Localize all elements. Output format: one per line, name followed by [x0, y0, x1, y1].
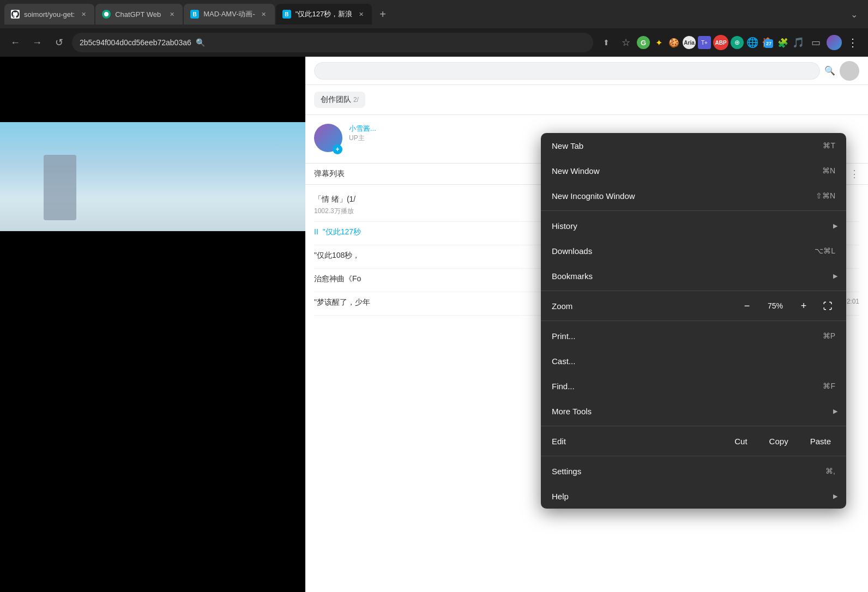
menu-settings-shortcut: ⌘,: [825, 467, 835, 475]
menu-find-label: Find...: [552, 382, 823, 391]
menu-print-label: Print...: [552, 331, 823, 341]
new-tab-button[interactable]: +: [373, 4, 393, 24]
badge-count: 27: [764, 39, 773, 48]
menu-sep-1: [541, 210, 846, 211]
zoom-plus-button[interactable]: +: [796, 298, 811, 313]
chrome-context-menu: New Tab ⌘T New Window ⌘N New Incognito W…: [541, 133, 846, 509]
menu-sep-5: [541, 456, 846, 456]
search-icon: 🔍: [196, 38, 205, 47]
menu-history-label: History: [552, 221, 835, 231]
menu-new-tab-shortcut: ⌘T: [823, 141, 835, 150]
tab-dropdown-button[interactable]: ⌄: [844, 4, 864, 24]
copy-button[interactable]: Copy: [765, 434, 793, 448]
menu-new-incognito[interactable]: New Incognito Window ⇧⌘N: [541, 183, 846, 208]
menu-new-tab[interactable]: New Tab ⌘T: [541, 133, 846, 158]
edit-label: Edit: [552, 437, 730, 446]
edit-actions: Cut Copy Paste: [730, 434, 835, 448]
reload-button[interactable]: ↺: [50, 34, 68, 51]
ext-music[interactable]: 🎵: [792, 36, 805, 49]
tab-bilibili-active[interactable]: B "仅此127秒，新浪 ✕: [276, 4, 372, 25]
tab4-close[interactable]: ✕: [357, 10, 365, 19]
menu-history[interactable]: History: [541, 213, 846, 238]
zoom-fullscreen-button[interactable]: [820, 298, 835, 313]
menu-new-window[interactable]: New Window ⌘N: [541, 158, 846, 183]
menu-edit-row: Edit Cut Copy Paste: [541, 428, 846, 454]
menu-new-tab-label: New Tab: [552, 141, 823, 150]
address-bar[interactable]: 2b5c94f004d0cd56eeb72ab03a6 🔍: [72, 33, 593, 52]
context-menu-overlay[interactable]: New Tab ⌘T New Window ⌘N New Incognito W…: [0, 57, 868, 592]
menu-new-window-shortcut: ⌘N: [822, 166, 835, 175]
ext-green[interactable]: G: [637, 36, 650, 49]
page-content: 🔍 创作团队 2/: [0, 57, 868, 592]
menu-help[interactable]: Help: [541, 484, 846, 509]
zoom-controls: − 75% +: [739, 298, 835, 313]
ext-tableplus[interactable]: T+: [698, 36, 711, 49]
toolbar-extensions: ⬆ ☆ G ✦ 🍪 Aria T+ ABP ⊕ 🌐 🏠 27: [598, 34, 861, 51]
tab-chatgpt[interactable]: ChatGPT Web ✕: [95, 4, 183, 25]
tab2-title: ChatGPT Web: [115, 10, 163, 19]
tab3-close[interactable]: ✕: [260, 10, 268, 19]
paste-button[interactable]: Paste: [806, 434, 835, 448]
menu-print-shortcut: ⌘P: [823, 331, 835, 340]
menu-find-shortcut: ⌘F: [823, 382, 835, 390]
menu-new-window-label: New Window: [552, 166, 822, 176]
menu-bookmarks-label: Bookmarks: [552, 271, 835, 281]
github-favicon: [11, 10, 20, 19]
menu-new-incognito-shortcut: ⇧⌘N: [816, 191, 835, 200]
menu-print[interactable]: Print... ⌘P: [541, 323, 846, 348]
menu-find[interactable]: Find... ⌘F: [541, 373, 846, 398]
zoom-value: 75%: [763, 301, 787, 310]
menu-more-tools-label: More Tools: [552, 407, 835, 416]
zoom-minus-button[interactable]: −: [739, 298, 755, 313]
tab-bilibili-mad[interactable]: B MAD·AMV-动画- ✕: [184, 4, 275, 25]
cut-button[interactable]: Cut: [730, 434, 751, 448]
menu-settings[interactable]: Settings ⌘,: [541, 458, 846, 484]
chatgpt-favicon: [102, 10, 111, 19]
ext-globe[interactable]: 🌐: [746, 36, 759, 49]
toolbar: ← → ↺ 2b5c94f004d0cd56eeb72ab03a6 🔍 ⬆ ☆ …: [0, 28, 868, 57]
ext-openai[interactable]: ⊕: [731, 36, 744, 49]
menu-bookmarks[interactable]: Bookmarks: [541, 263, 846, 288]
tab3-title: MAD·AMV-动画-: [203, 9, 255, 19]
address-text: 2b5c94f004d0cd56eeb72ab03a6: [80, 38, 191, 47]
menu-new-incognito-label: New Incognito Window: [552, 191, 816, 201]
profile-avatar[interactable]: [827, 35, 842, 50]
ext-cookie[interactable]: 🍪: [667, 36, 680, 49]
bilibili-mad-favicon: B: [190, 10, 199, 19]
menu-sep-4: [541, 426, 846, 426]
bilibili-active-favicon: B: [282, 10, 291, 19]
menu-cast-label: Cast...: [552, 357, 835, 366]
forward-button[interactable]: →: [28, 34, 46, 51]
zoom-label: Zoom: [552, 301, 739, 311]
menu-more-tools[interactable]: More Tools: [541, 398, 846, 424]
menu-settings-label: Settings: [552, 467, 825, 476]
menu-sep-2: [541, 291, 846, 291]
back-button[interactable]: ←: [7, 34, 24, 51]
menu-button[interactable]: ⋮: [844, 34, 861, 51]
ext-aria[interactable]: Aria: [683, 36, 696, 49]
tab-bar: soimort/you-get: ✕ ChatGPT Web ✕ B MAD·A…: [0, 0, 868, 28]
svg-point-0: [104, 12, 108, 16]
sidebar-button[interactable]: ▭: [807, 34, 824, 51]
ext-star[interactable]: ✦: [652, 36, 665, 49]
tab1-title: soimort/you-get:: [24, 10, 75, 19]
menu-downloads-shortcut: ⌥⌘L: [815, 246, 835, 255]
tab1-close[interactable]: ✕: [79, 10, 88, 19]
menu-downloads-label: Downloads: [552, 246, 815, 256]
ext-puzzle[interactable]: 🧩: [776, 36, 789, 49]
menu-help-label: Help: [552, 492, 835, 501]
menu-zoom-row: Zoom − 75% +: [541, 293, 846, 318]
tab4-title: "仅此127秒，新浪: [296, 9, 352, 19]
share-button[interactable]: ⬆: [598, 34, 615, 51]
browser-window: soimort/you-get: ✕ ChatGPT Web ✕ B MAD·A…: [0, 0, 868, 592]
ext-home-badge[interactable]: 🏠 27: [761, 36, 774, 49]
menu-downloads[interactable]: Downloads ⌥⌘L: [541, 238, 846, 263]
tab2-close[interactable]: ✕: [167, 10, 176, 19]
menu-cast[interactable]: Cast...: [541, 348, 846, 373]
menu-sep-3: [541, 321, 846, 321]
ext-abp[interactable]: ABP: [713, 35, 728, 50]
bookmark-button[interactable]: ☆: [617, 34, 635, 51]
tab-github[interactable]: soimort/you-get: ✕: [4, 4, 94, 25]
